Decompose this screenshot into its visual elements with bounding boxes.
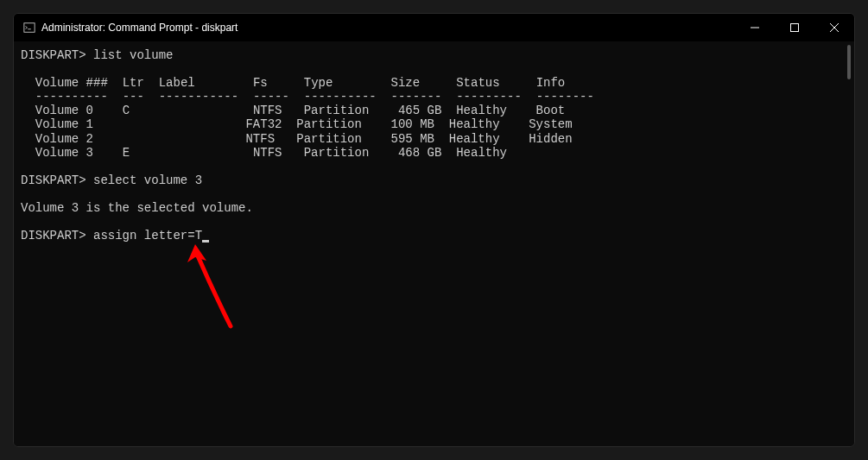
current-command: assign letter=T [93,229,202,243]
window-title: Administrator: Command Prompt - diskpart [41,22,735,34]
sep: ----- [253,90,289,104]
row-ltr: E [123,146,130,160]
row-status: Healthy [449,132,500,146]
sep: -------- [536,90,594,104]
minimize-button[interactable] [735,14,775,41]
row-size: 468 GB [398,146,441,160]
row-fs: NTFS [253,104,282,117]
row-ltr: C [123,104,130,117]
terminal-area[interactable]: DISKPART> list volume Volume ### Ltr Lab… [14,41,854,446]
window-controls [735,14,854,41]
sep: --------- [456,90,522,104]
header-label: Label [159,76,195,90]
row-fs: NTFS [245,132,275,146]
cursor [202,240,209,243]
sep: ---------- [35,90,108,104]
prompt-prefix: DISKPART> [21,229,93,243]
row-type: Partition [304,104,370,117]
cmd-icon [22,21,36,35]
header-status: Status [456,76,499,90]
header-volume: Volume ### [35,76,108,90]
row-size: 465 GB [398,104,441,117]
row-status: Healthy [449,117,500,131]
response-line: Volume 3 is the selected volume. [21,201,253,215]
header-fs: Fs [253,76,268,90]
row-status: Healthy [456,104,507,117]
sep: ------- [391,90,442,104]
sep: ---------- [304,90,377,104]
row-volume: Volume 2 [35,132,93,146]
row-volume: Volume 3 [35,146,93,160]
header-type: Type [304,76,333,90]
row-type: Partition [296,132,362,146]
row-volume: Volume 0 [35,104,93,117]
sep: ----------- [159,90,238,104]
header-size: Size [391,76,421,90]
row-type: Partition [296,117,362,131]
row-info: System [529,117,572,131]
row-type: Partition [304,146,370,160]
row-info: Hidden [529,132,572,146]
row-status: Healthy [456,146,507,160]
scrollbar-thumb[interactable] [847,45,851,79]
svg-rect-0 [24,23,35,33]
row-fs: NTFS [253,146,282,160]
header-info: Info [536,76,566,90]
prompt-line-2: DISKPART> select volume 3 [21,173,202,187]
svg-rect-3 [791,24,799,32]
maximize-button[interactable] [775,14,814,41]
command-prompt-window: Administrator: Command Prompt - diskpart… [13,13,855,447]
prompt-line-1: DISKPART> list volume [21,48,173,62]
header-ltr: Ltr [123,76,144,90]
row-fs: FAT32 [245,117,282,131]
titlebar: Administrator: Command Prompt - diskpart [14,14,854,41]
sep: --- [123,90,144,104]
close-button[interactable] [814,14,854,41]
row-size: 100 MB [391,117,434,131]
row-size: 595 MB [391,132,434,146]
row-volume: Volume 1 [35,117,93,131]
row-info: Boot [536,104,566,117]
